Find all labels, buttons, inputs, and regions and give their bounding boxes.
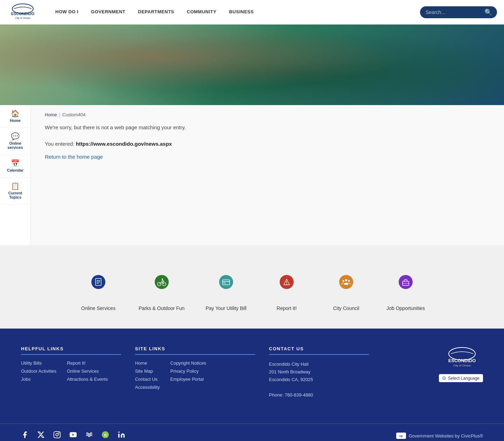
sidebar-item-home[interactable]: 🏠 Home: [0, 105, 30, 128]
quick-links-section: Online ServicesParks & Outdoor FunPay Yo…: [0, 245, 504, 329]
footer-link-utility-bills[interactable]: Utility Bills: [21, 360, 56, 366]
footer: HELPFUL LINKS Utility Bills Outdoor Acti…: [0, 329, 504, 423]
svg-point-12: [219, 275, 233, 289]
svg-text:City of Choice: City of Choice: [453, 364, 471, 367]
footer-site-accessibility[interactable]: Accessibility: [135, 385, 160, 390]
svg-point-18: [286, 284, 287, 284]
helpful-links-col2: Report It! Online Services Attractions &…: [67, 360, 108, 385]
footer-link-report-it[interactable]: Report It!: [67, 360, 108, 366]
google-g-icon: G: [442, 375, 446, 381]
entered-url-value: https://www.escondido.gov/news.aspx: [76, 141, 172, 147]
entered-label: You entered:: [45, 141, 75, 147]
youtube-icon[interactable]: [69, 431, 77, 441]
search-area: 🔍: [420, 6, 497, 18]
quick-link-item[interactable]: Pay Your Utility Bill: [205, 263, 246, 311]
svg-text:ESCONDIDO: ESCONDIDO: [11, 12, 35, 16]
phone-label: Phone:: [269, 392, 284, 398]
quick-link-label: Pay Your Utility Bill: [205, 305, 246, 311]
nav-community[interactable]: COMMUNITY: [181, 6, 223, 19]
entered-url-text: You entered: https://www.escondido.gov/n…: [45, 141, 490, 147]
linkedin-icon[interactable]: [118, 431, 125, 441]
svg-rect-29: [54, 432, 60, 438]
svg-point-19: [339, 275, 353, 289]
nav-government[interactable]: GOVERNMENT: [85, 6, 132, 19]
helpful-links-col1: Utility Bills Outdoor Activities Jobs: [21, 360, 56, 385]
sidebar-item-calendar-label: Calendar: [7, 168, 23, 172]
svg-rect-35: [118, 434, 120, 438]
twitter-x-icon[interactable]: [37, 431, 45, 441]
breadcrumb-home[interactable]: Home: [45, 112, 57, 117]
facebook-icon[interactable]: [21, 431, 29, 441]
quick-link-item[interactable]: City Council: [327, 263, 365, 311]
quick-link-item[interactable]: Online Services: [79, 263, 118, 311]
translate-label: Select Language: [448, 376, 479, 381]
quick-link-label: Job Opportunities: [386, 305, 425, 311]
sidebar-item-calendar[interactable]: 📅 Calendar: [0, 155, 30, 178]
footer-link-online-services[interactable]: Online Services: [67, 368, 108, 374]
calendar-icon: 📅: [11, 160, 20, 167]
svg-text:ESCONDIDO: ESCONDIDO: [448, 358, 476, 363]
nextdoor-waves-icon[interactable]: [85, 431, 93, 441]
footer-site-copyright[interactable]: Copyright Notices: [170, 360, 206, 366]
sidebar-item-current-topics-label: Current Topics: [2, 191, 28, 199]
site-links-columns: Home Site Map Contact Us Accessibility C…: [135, 360, 255, 393]
footer-site-privacy[interactable]: Privacy Policy: [170, 368, 206, 374]
civic-plus-icon: cp: [396, 433, 406, 439]
site-links-col1: Home Site Map Contact Us Accessibility: [135, 360, 160, 393]
current-topics-icon: 📋: [11, 182, 20, 190]
footer-site-employee[interactable]: Employee Portal: [170, 377, 206, 382]
search-input[interactable]: [426, 9, 483, 15]
site-links-heading: SITE LINKS: [135, 346, 255, 355]
quick-link-label: City Council: [333, 305, 359, 311]
instagram-icon[interactable]: [53, 431, 61, 441]
footer-site-home[interactable]: Home: [135, 360, 160, 366]
svg-point-22: [348, 280, 350, 282]
helpful-links-columns: Utility Bills Outdoor Activities Jobs Re…: [21, 360, 121, 385]
footer-contact-us: CONTACT US Escondido City Hall 201 North…: [269, 346, 369, 399]
footer-columns: HELPFUL LINKS Utility Bills Outdoor Acti…: [21, 346, 483, 399]
footer-link-attractions[interactable]: Attractions & Events: [67, 377, 108, 382]
quick-link-item[interactable]: Parks & Outdoor Fun: [139, 263, 185, 311]
svg-point-23: [399, 275, 413, 289]
svg-text:City of Choice: City of Choice: [15, 17, 30, 20]
breadcrumb-separator: |: [59, 112, 60, 117]
contact-address2: Escondido CA, 92025: [269, 376, 369, 384]
contact-address1: 201 North Broadway: [269, 368, 369, 376]
contact-name: Escondido City Hall: [269, 360, 369, 368]
footer-link-outdoor-activities[interactable]: Outdoor Activities: [21, 368, 56, 374]
site-links-col2: Copyright Notices Privacy Policy Employe…: [170, 360, 206, 393]
civic-plus-text: Government Websites by CivicPlus®: [409, 433, 483, 439]
footer-site-contact[interactable]: Contact Us: [135, 377, 160, 382]
page-layout: 🏠 Home 💬 Online services 📅 Calendar 📋 Cu…: [0, 105, 504, 245]
main-content: Home | Custom404 We're sorry, but there …: [31, 105, 504, 245]
return-home-link[interactable]: Return to the home page: [45, 154, 103, 160]
helpful-links-heading: HELPFUL LINKS: [21, 346, 121, 355]
sidebar: 🏠 Home 💬 Online services 📅 Calendar 📋 Cu…: [0, 105, 31, 245]
hero-image: [0, 25, 504, 105]
svg-point-21: [343, 280, 344, 282]
sidebar-item-online-services[interactable]: 💬 Online services: [0, 128, 30, 155]
home-icon: 🏠: [11, 110, 20, 117]
nav-business[interactable]: BUSINESS: [223, 6, 260, 19]
logo[interactable]: ESCONDIDO City of Choice: [7, 2, 38, 22]
svg-rect-15: [224, 283, 225, 283]
svg-point-31: [58, 433, 59, 434]
sidebar-item-current-topics[interactable]: 📋 Current Topics: [0, 178, 30, 205]
quick-link-item[interactable]: Job Opportunities: [386, 263, 425, 311]
footer-site-map[interactable]: Site Map: [135, 368, 160, 374]
quick-link-label: Online Services: [81, 305, 115, 311]
google-translate-button[interactable]: G Select Language: [439, 374, 483, 382]
error-message: We're sorry, but there is not a web page…: [45, 124, 490, 130]
nextdoor-n-icon[interactable]: n: [102, 431, 109, 441]
footer-bottom: n cp Government Websites by CivicPlus®: [0, 423, 504, 441]
sidebar-item-online-services-label: Online services: [2, 141, 28, 150]
header: ESCONDIDO City of Choice HOW DO I GOVERN…: [0, 0, 504, 25]
footer-site-links: SITE LINKS Home Site Map Contact Us Acce…: [135, 346, 255, 399]
nav-departments[interactable]: DEPARTMENTS: [132, 6, 180, 19]
svg-point-20: [345, 279, 347, 281]
nav-how-do-i[interactable]: HOW DO I: [49, 6, 85, 19]
footer-link-jobs[interactable]: Jobs: [21, 377, 56, 382]
civic-plus-credit: cp Government Websites by CivicPlus®: [396, 433, 483, 439]
search-button[interactable]: 🔍: [483, 8, 493, 16]
quick-link-item[interactable]: Report It!: [267, 263, 306, 311]
